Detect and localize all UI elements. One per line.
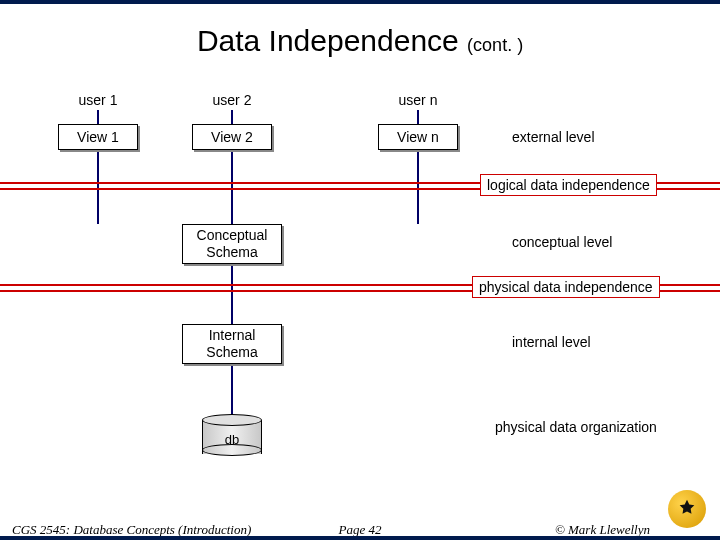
conceptual-schema-box: Conceptual Schema <box>182 224 282 264</box>
db-label: db <box>202 432 262 447</box>
view-1-box: View 1 <box>58 124 138 150</box>
slide-title: Data Independence (cont. ) <box>0 24 720 58</box>
external-level-label: external level <box>512 129 595 145</box>
internal-level-label: internal level <box>512 334 591 350</box>
title-sub: (cont. ) <box>467 35 523 55</box>
physical-independence-box: physical data independence <box>472 276 660 298</box>
user-1-label: user 1 <box>58 92 138 108</box>
connector <box>231 110 233 124</box>
connector <box>231 366 233 416</box>
physical-org-label: physical data organization <box>495 419 657 435</box>
diagram-area: user 1 user 2 user n View 1 View 2 View … <box>0 84 720 494</box>
database-cylinder: db <box>202 414 262 456</box>
conceptual-level-label: conceptual level <box>512 234 612 250</box>
connector <box>417 110 419 124</box>
view-n-text: View n <box>397 129 439 145</box>
user-n-label: user n <box>378 92 458 108</box>
user-2-label: user 2 <box>192 92 272 108</box>
logical-independence-box: logical data independence <box>480 174 657 196</box>
title-main: Data Independence <box>197 24 467 57</box>
conceptual-schema-text: Conceptual Schema <box>183 227 281 261</box>
internal-schema-box: Internal Schema <box>182 324 282 364</box>
internal-schema-text: Internal Schema <box>183 327 281 361</box>
connector <box>231 266 233 324</box>
connector <box>97 110 99 124</box>
view-1-text: View 1 <box>77 129 119 145</box>
footer-copyright: © Mark Llewellyn <box>555 522 650 538</box>
view-n-box: View n <box>378 124 458 150</box>
ucf-logo-icon <box>668 490 706 528</box>
view-2-box: View 2 <box>192 124 272 150</box>
view-2-text: View 2 <box>211 129 253 145</box>
